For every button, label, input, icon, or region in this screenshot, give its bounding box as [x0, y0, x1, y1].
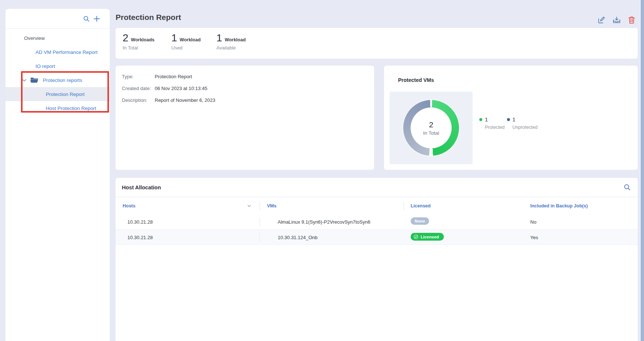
table-row[interactable]: 10.30.21.28 10.30.31.124_Onb Licensed Ye…	[116, 230, 638, 245]
cell-vm: 10.30.31.124_Onb	[278, 235, 318, 240]
trash-icon[interactable]	[628, 16, 635, 24]
badge-label: None	[415, 219, 425, 223]
search-icon[interactable]	[83, 16, 90, 22]
protected-dot-icon	[479, 118, 482, 121]
chevron-down-icon[interactable]	[22, 78, 27, 83]
sidebar-item-ad-vm-performance-report[interactable]: AD VM Performance Report	[6, 45, 110, 59]
sidebar-item-protection-report[interactable]: Protection Report	[6, 87, 110, 101]
stat-value: 2	[123, 33, 129, 43]
report-page: Overview AD VM Performance Report IO rep…	[0, 0, 644, 341]
license-status-badge: Licensed	[411, 233, 444, 241]
cell-included: Yes	[530, 235, 538, 240]
report-tree: Overview AD VM Performance Report IO rep…	[6, 29, 110, 115]
detail-label: Type:	[122, 74, 155, 79]
column-divider	[260, 233, 260, 242]
stat-caption: Available	[216, 45, 246, 51]
detail-row-created-date: Created date: 06 Nov 2023 at 10:13:45	[122, 86, 368, 91]
stat-unit: Workloads	[131, 37, 155, 42]
detail-label: Created date:	[122, 86, 155, 91]
plus-icon[interactable]	[93, 16, 100, 22]
cell-included: No	[530, 219, 537, 225]
sidebar-item-label: Overview	[24, 35, 45, 41]
detail-row-type: Type: Protection Report	[122, 74, 368, 79]
sidebar-item-label: Protection reports	[43, 78, 82, 83]
host-allocation-title: Host Allocation	[122, 185, 161, 190]
column-divider	[260, 217, 260, 226]
donut-total-value: 2	[429, 120, 434, 129]
protected-vms-donut-chart: 2 In Total	[403, 100, 459, 156]
stat-caption: Used	[171, 45, 201, 51]
stat-unit: Workload	[180, 37, 201, 42]
stat-workloads-available: 1 Workload Available	[216, 33, 246, 51]
sidebar-item-io-report[interactable]: IO report	[6, 59, 110, 73]
badge-label: Licensed	[421, 235, 439, 239]
cell-host: 10.30.21.28	[127, 235, 153, 240]
host-allocation-card: Host Allocation Hosts VMs Licensed Inclu…	[116, 178, 638, 341]
report-details-card: Type: Protection Report Created date: 06…	[116, 66, 374, 170]
column-header-licensed[interactable]: Licensed	[411, 203, 431, 209]
legend-count: 1	[485, 116, 488, 123]
unprotected-dot-icon	[507, 118, 510, 121]
column-header-hosts[interactable]: Hosts	[123, 203, 136, 209]
stat-value: 1	[171, 33, 177, 43]
stat-workloads-total: 2 Workloads In Total	[123, 33, 154, 51]
donut-center-label: 2 In Total	[403, 100, 459, 156]
stat-workloads-used: 1 Workload Used	[171, 33, 201, 51]
check-circle-icon	[414, 234, 418, 239]
sidebar-item-label: Host Protection Report	[46, 106, 96, 111]
sidebar-item-label: AD VM Performance Report	[35, 49, 97, 55]
license-status-badge: None	[411, 217, 429, 225]
column-header-included-in-backup-jobs[interactable]: Included in Backup Job(s)	[530, 203, 588, 209]
column-divider	[260, 202, 260, 210]
sidebar-item-protection-reports-folder[interactable]: Protection reports	[6, 73, 110, 87]
report-actions	[597, 16, 635, 24]
stat-caption: In Total	[123, 45, 154, 51]
sidebar-item-label: IO report	[35, 63, 55, 69]
workloads-summary-card: 2 Workloads In Total 1 Workload Used 1 W…	[116, 28, 638, 59]
open-folder-icon	[30, 77, 38, 83]
cell-vm: AlmaLinux 9.1(Syn6)-P2VrecovSyn7toSyn6	[278, 219, 370, 225]
edit-pencil-icon[interactable]	[597, 16, 605, 24]
search-icon[interactable]	[624, 184, 631, 191]
stat-unit: Workload	[225, 37, 246, 42]
column-divider	[404, 202, 404, 210]
sidebar-item-host-protection-report[interactable]: Host Protection Report	[6, 101, 110, 115]
sidebar-item-overview[interactable]: Overview	[6, 31, 110, 45]
legend-label: Unprotected	[513, 125, 538, 130]
table-header-row: Hosts VMs Licensed Included in Backup Jo…	[116, 197, 638, 214]
cell-host: 10.30.21.28	[127, 219, 153, 225]
sidebar-toolbar	[6, 9, 110, 29]
detail-value: Report of November 6, 2023	[155, 97, 215, 103]
page-title: Protection Report	[116, 13, 181, 22]
protected-vms-card: Protected VMs 2 In Total 1 Protected	[384, 66, 638, 170]
chevron-down-icon[interactable]	[247, 204, 251, 208]
legend-item-unprotected: 1 Unprotected	[507, 116, 538, 130]
detail-label: Description:	[122, 97, 155, 103]
legend-count: 1	[513, 116, 515, 123]
donut-total-caption: In Total	[423, 130, 439, 136]
stat-value: 1	[216, 33, 222, 43]
vertical-scrollbar[interactable]	[640, 0, 644, 341]
export-download-icon[interactable]	[613, 16, 621, 24]
legend-label: Protected	[485, 125, 505, 130]
sidebar-item-label: Protection Report	[46, 92, 85, 97]
reports-sidebar: Overview AD VM Performance Report IO rep…	[6, 9, 110, 341]
legend-item-protected: 1 Protected	[479, 116, 505, 130]
detail-value: Protection Report	[155, 74, 192, 79]
protected-vms-title: Protected VMs	[398, 77, 434, 83]
donut-legend: 1 Protected 1 Unprotected	[479, 116, 538, 130]
donut-chart-panel: 2 In Total	[390, 92, 473, 164]
detail-row-description: Description: Report of November 6, 2023	[122, 97, 368, 103]
table-row[interactable]: 10.30.21.28 AlmaLinux 9.1(Syn6)-P2Vrecov…	[116, 214, 638, 230]
detail-value: 06 Nov 2023 at 10:13:45	[155, 86, 207, 91]
column-header-vms[interactable]: VMs	[267, 203, 277, 209]
